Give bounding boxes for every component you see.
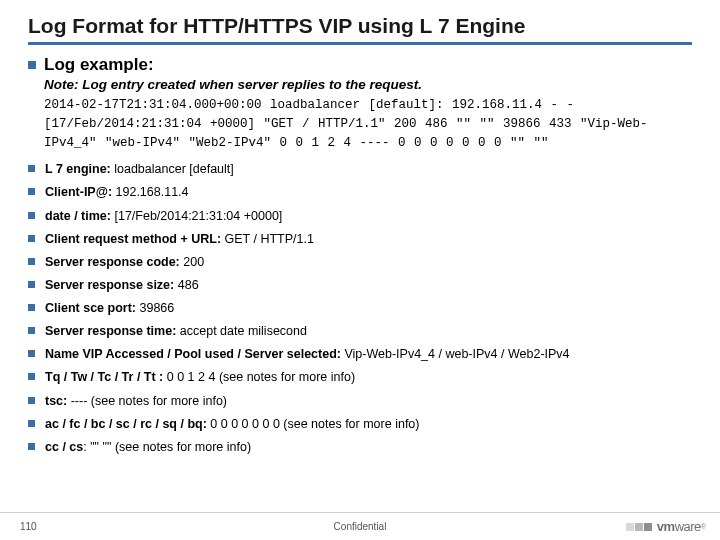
- title-divider: [28, 42, 692, 45]
- field-value: 39866: [136, 301, 174, 315]
- field-item: date / time: [17/Feb/2014:21:31:04 +0000…: [28, 207, 692, 225]
- bullet-icon: [28, 165, 35, 172]
- field-label: ac / fc / bc / sc / rc / sq / bq:: [45, 417, 207, 431]
- field-label: Client-IP@:: [45, 185, 112, 199]
- log-block: 2014-02-17T21:31:04.000+00:00 loadbalanc…: [44, 96, 692, 152]
- field-item: Server response time: accept date milise…: [28, 322, 692, 340]
- bullet-icon: [28, 235, 35, 242]
- field-text: Server response time: accept date milise…: [45, 322, 307, 340]
- field-item: Client-IP@: 192.168.11.4: [28, 183, 692, 201]
- field-label: tsc:: [45, 394, 67, 408]
- field-item: Server response size: 486: [28, 276, 692, 294]
- bullet-icon: [28, 281, 35, 288]
- vmware-logo: vmware®: [626, 519, 706, 534]
- field-label: Server response size:: [45, 278, 174, 292]
- field-text: Client sce port: 39866: [45, 299, 174, 317]
- field-text: Client request method + URL: GET / HTTP/…: [45, 230, 314, 248]
- bullet-icon: [28, 212, 35, 219]
- bullet-icon: [28, 373, 35, 380]
- field-item: L 7 engine: loadbalancer [default]: [28, 160, 692, 178]
- bullet-icon: [28, 443, 35, 450]
- bullet-icon: [28, 350, 35, 357]
- field-text: cc / cs: "" "" (see notes for more info): [45, 438, 251, 456]
- field-label: L 7 engine:: [45, 162, 111, 176]
- logo-box: [635, 523, 643, 531]
- field-label: Client request method + URL:: [45, 232, 221, 246]
- field-text: L 7 engine: loadbalancer [default]: [45, 160, 234, 178]
- field-label: Server response code:: [45, 255, 180, 269]
- field-text: ac / fc / bc / sc / rc / sq / bq: 0 0 0 …: [45, 415, 419, 433]
- logo-box: [626, 523, 634, 531]
- logo-text-ware: ware: [675, 519, 701, 534]
- field-text: Server response code: 200: [45, 253, 204, 271]
- field-value: 200: [180, 255, 204, 269]
- field-item: ac / fc / bc / sc / rc / sq / bq: 0 0 0 …: [28, 415, 692, 433]
- bullet-icon: [28, 61, 36, 69]
- field-text: Client-IP@: 192.168.11.4: [45, 183, 189, 201]
- field-value: [17/Feb/2014:21:31:04 +0000]: [111, 209, 282, 223]
- field-value: 0 0 1 2 4 (see notes for more info): [163, 370, 355, 384]
- section-heading: Log example:: [44, 55, 154, 75]
- field-value: Vip-Web-IPv4_4 / web-IPv4 / Web2-IPv4: [341, 347, 570, 361]
- bullet-icon: [28, 420, 35, 427]
- section-heading-row: Log example:: [28, 55, 692, 75]
- bullet-icon: [28, 397, 35, 404]
- confidential-label: Confidential: [334, 521, 387, 532]
- field-label: Name VIP Accessed / Pool used / Server s…: [45, 347, 341, 361]
- bullet-icon: [28, 327, 35, 334]
- field-value: 192.168.11.4: [112, 185, 188, 199]
- logo-boxes-icon: [626, 523, 653, 531]
- logo-box: [644, 523, 652, 531]
- field-label: Client sce port:: [45, 301, 136, 315]
- field-value: 0 0 0 0 0 0 0 (see notes for more info): [207, 417, 420, 431]
- field-value: 486: [174, 278, 198, 292]
- bullet-icon: [28, 258, 35, 265]
- note-text: Note: Log entry created when server repl…: [44, 77, 692, 92]
- field-list: L 7 engine: loadbalancer [default]Client…: [28, 160, 692, 456]
- field-item: Server response code: 200: [28, 253, 692, 271]
- field-label: date / time:: [45, 209, 111, 223]
- field-value: GET / HTTP/1.1: [221, 232, 314, 246]
- field-item: Name VIP Accessed / Pool used / Server s…: [28, 345, 692, 363]
- page-number: 110: [20, 521, 37, 532]
- field-item: Client sce port: 39866: [28, 299, 692, 317]
- field-value: loadbalancer [default]: [111, 162, 234, 176]
- registered-mark: ®: [701, 523, 706, 530]
- bullet-icon: [28, 188, 35, 195]
- field-value: : "" "" (see notes for more info): [83, 440, 251, 454]
- slide-title: Log Format for HTTP/HTTPS VIP using L 7 …: [28, 14, 692, 38]
- field-label: cc / cs: [45, 440, 83, 454]
- field-text: date / time: [17/Feb/2014:21:31:04 +0000…: [45, 207, 282, 225]
- field-text: Name VIP Accessed / Pool used / Server s…: [45, 345, 570, 363]
- slide-footer: 110 Confidential vmware®: [0, 512, 720, 540]
- field-text: tsc: ---- (see notes for more info): [45, 392, 227, 410]
- field-value: accept date milisecond: [176, 324, 307, 338]
- field-value: ---- (see notes for more info): [67, 394, 227, 408]
- field-item: Client request method + URL: GET / HTTP/…: [28, 230, 692, 248]
- field-text: Tq / Tw / Tc / Tr / Tt : 0 0 1 2 4 (see …: [45, 368, 355, 386]
- field-item: tsc: ---- (see notes for more info): [28, 392, 692, 410]
- field-item: cc / cs: "" "" (see notes for more info): [28, 438, 692, 456]
- field-text: Server response size: 486: [45, 276, 199, 294]
- field-item: Tq / Tw / Tc / Tr / Tt : 0 0 1 2 4 (see …: [28, 368, 692, 386]
- logo-text-vm: vm: [657, 519, 675, 534]
- bullet-icon: [28, 304, 35, 311]
- field-label: Server response time:: [45, 324, 176, 338]
- field-label: Tq / Tw / Tc / Tr / Tt :: [45, 370, 163, 384]
